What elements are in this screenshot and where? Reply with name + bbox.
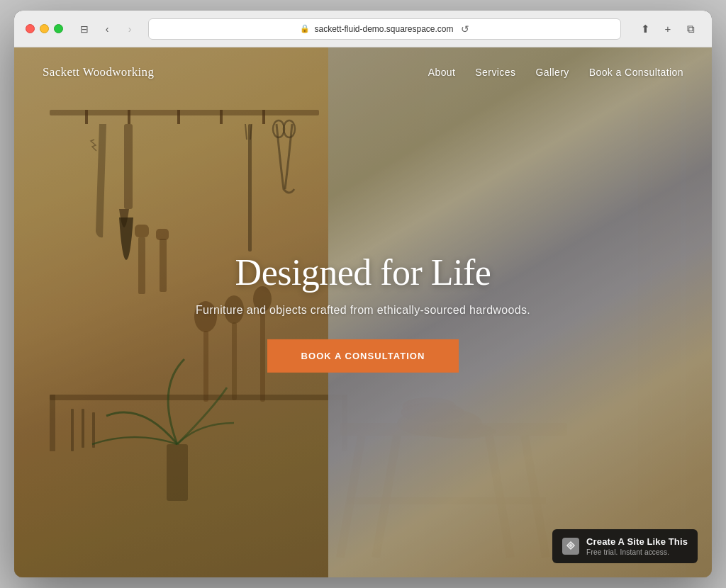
new-tab-button[interactable]: + (658, 19, 678, 39)
hero-title: Designed for Life (150, 252, 576, 293)
site-logo: Sackett Woodworking (43, 65, 154, 79)
nav-links: About Services Gallery Book a Consultati… (428, 67, 683, 78)
nav-link-book[interactable]: Book a Consultation (589, 67, 683, 78)
reload-icon[interactable]: ↺ (461, 23, 469, 35)
squarespace-badge-text: Create A Site Like This Free trial. Inst… (586, 536, 688, 556)
share-button[interactable]: ⬆ (635, 19, 655, 39)
hero-subtitle: Furniture and objects crafted from ethic… (150, 304, 576, 317)
nav-link-gallery[interactable]: Gallery (535, 67, 569, 78)
squarespace-main-text: Create A Site Like This (586, 536, 688, 547)
forward-button[interactable]: › (120, 19, 140, 39)
hero-content: Designed for Life Furniture and objects … (150, 252, 576, 373)
url-text: sackett-fluid-demo.squarespace.com (314, 24, 453, 34)
back-button[interactable]: ‹ (97, 19, 117, 39)
sidebar-toggle-button[interactable]: ⊟ (74, 19, 94, 39)
browser-window: ⊟ ‹ › 🔒 sackett-fluid-demo.squarespace.c… (14, 11, 712, 577)
browser-actions: ⬆ + ⧉ (635, 19, 700, 39)
traffic-light-red[interactable] (26, 24, 35, 33)
website: Sackett Woodworking About Services Galle… (14, 47, 712, 577)
lock-icon: 🔒 (300, 24, 310, 33)
squarespace-logo-icon (562, 538, 579, 555)
browser-chrome: ⊟ ‹ › 🔒 sackett-fluid-demo.squarespace.c… (14, 11, 712, 47)
hero-cta-button[interactable]: Book a Consultation (267, 339, 459, 373)
squarespace-badge[interactable]: Create A Site Like This Free trial. Inst… (552, 529, 698, 563)
nav-buttons: ⊟ ‹ › (74, 19, 140, 39)
traffic-light-yellow[interactable] (40, 24, 49, 33)
traffic-lights (26, 24, 63, 33)
site-navigation: Sackett Woodworking About Services Galle… (14, 47, 712, 97)
address-bar[interactable]: 🔒 sackett-fluid-demo.squarespace.com ↺ (148, 18, 621, 40)
nav-link-services[interactable]: Services (475, 67, 515, 78)
traffic-light-green[interactable] (54, 24, 63, 33)
nav-link-about[interactable]: About (428, 67, 456, 78)
squarespace-sub-text: Free trial. Instant access. (586, 548, 688, 556)
windows-button[interactable]: ⧉ (681, 19, 700, 39)
